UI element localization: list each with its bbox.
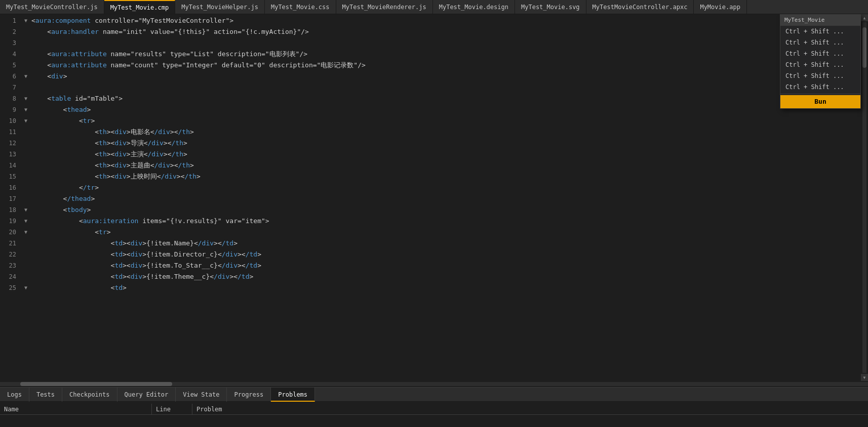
code-line-6[interactable]: <div> — [24, 71, 861, 82]
problems-table-header: Name Line Problem — [0, 404, 868, 415]
bottom-tab-problems[interactable]: Problems — [271, 388, 315, 402]
code-line-10[interactable]: <tr> — [24, 115, 861, 126]
code-content-25: <td> — [31, 282, 127, 293]
code-content-1: <aura:component controller="MyTestMovieC… — [31, 15, 233, 26]
fold-arrow-9[interactable] — [24, 104, 31, 115]
code-line-22[interactable]: <td><div>{!item.Director_c}</div></td> — [24, 249, 861, 260]
scroll-down-arrow[interactable]: ▼ — [861, 374, 868, 381]
tab-apxc[interactable]: MyTestMovieController.apxc — [586, 0, 694, 14]
fold-arrow-10[interactable] — [24, 115, 31, 126]
fold-arrow-8[interactable] — [24, 93, 31, 104]
tab-controller[interactable]: MyTest_MovieController.js — [0, 0, 104, 14]
bottom-tab-logs[interactable]: Logs — [0, 388, 29, 402]
line-number-18: 18 — [0, 204, 16, 216]
tab-renderer[interactable]: MyTest_MovieRenderer.js — [336, 0, 433, 14]
context-menu-burn-button[interactable]: Bun — [780, 95, 860, 108]
code-line-16[interactable]: </tr> — [24, 182, 861, 193]
context-menu-header: MyTest_Movie — [780, 15, 860, 26]
tab-app[interactable]: MyMovie.app — [694, 0, 746, 14]
fold-arrow-2 — [24, 26, 31, 37]
code-line-8[interactable]: <table id="mTable"> — [24, 93, 861, 104]
code-line-18[interactable]: <tbody> — [24, 204, 861, 216]
context-menu-item-cm5[interactable]: Ctrl + Shift ... — [780, 70, 860, 81]
line-number-21: 21 — [0, 238, 16, 249]
scrollbar-thumb[interactable] — [862, 27, 866, 68]
code-content-11: <th><div>电影名</div></th> — [31, 126, 194, 138]
code-content-12: <th><div>导演</div></th> — [31, 138, 187, 149]
fold-arrow-6[interactable] — [24, 71, 31, 82]
code-line-15[interactable]: <th><div>上映时间</div></th> — [24, 171, 861, 182]
code-line-24[interactable]: <td><div>{!item.Theme__c}</div></td> — [24, 271, 861, 282]
line-numbers: 1234567891011121314151617181920212223242… — [0, 14, 20, 381]
code-line-11[interactable]: <th><div>电影名</div></th> — [24, 126, 861, 138]
code-line-1[interactable]: <aura:component controller="MyTestMovieC… — [24, 15, 861, 26]
fold-arrow-24 — [24, 271, 31, 282]
fold-arrow-18[interactable] — [24, 204, 31, 216]
line-number-25: 25 — [0, 282, 16, 293]
editor-container: 1234567891011121314151617181920212223242… — [0, 14, 868, 381]
line-number-22: 22 — [0, 249, 16, 260]
code-line-20[interactable]: <tr> — [24, 227, 861, 238]
bottom-tab-checkpoints[interactable]: Checkpoints — [62, 388, 117, 402]
vertical-scrollbar[interactable]: ▲ ▼ — [861, 14, 868, 381]
context-menu-item-cm2[interactable]: Ctrl + Shift ... — [780, 37, 860, 48]
bottom-tab-progress[interactable]: Progress — [227, 388, 271, 402]
code-line-14[interactable]: <th><div>主题曲</div></th> — [24, 160, 861, 171]
code-content-16: </tr> — [31, 182, 99, 193]
h-scrollbar-track — [0, 382, 868, 386]
fold-arrow-11 — [24, 126, 31, 138]
code-area[interactable]: <aura:component controller="MyTestMovieC… — [20, 14, 861, 381]
code-content-10: <tr> — [31, 115, 95, 126]
code-line-23[interactable]: <td><div>{!item.To_Star__c}</div></td> — [24, 260, 861, 271]
context-menu-item-cm3[interactable]: Ctrl + Shift ... — [780, 48, 860, 59]
code-line-2[interactable]: <aura:handler name="init" value="{!this}… — [24, 26, 861, 37]
fold-arrow-12 — [24, 138, 31, 149]
scrollbar-track — [862, 22, 866, 373]
code-line-25[interactable]: <td> — [24, 282, 861, 293]
line-number-1: 1 — [0, 15, 16, 26]
fold-arrow-13 — [24, 149, 31, 160]
tab-css[interactable]: MyTest_Movie.css — [265, 0, 336, 14]
code-line-13[interactable]: <th><div>主演</div></th> — [24, 149, 861, 160]
line-number-19: 19 — [0, 216, 16, 227]
code-line-17[interactable]: </thead> — [24, 193, 861, 204]
h-scrollbar-thumb[interactable] — [20, 382, 172, 386]
line-number-23: 23 — [0, 260, 16, 271]
fold-arrow-16 — [24, 182, 31, 193]
code-line-9[interactable]: <thead> — [24, 104, 861, 115]
bottom-tab-tests[interactable]: Tests — [29, 388, 62, 402]
fold-arrow-15 — [24, 171, 31, 182]
fold-arrow-19[interactable] — [24, 216, 31, 227]
fold-arrow-25[interactable] — [24, 282, 31, 293]
context-menu: MyTest_MovieCtrl + Shift ...Ctrl + Shift… — [780, 14, 861, 109]
code-line-21[interactable]: <td><div>{!item.Name}</div></td> — [24, 238, 861, 249]
line-number-16: 16 — [0, 182, 16, 193]
bottom-content: Name Line Problem — [0, 402, 868, 427]
context-menu-item-cm4[interactable]: Ctrl + Shift ... — [780, 59, 860, 70]
tab-svg[interactable]: MyTest_Movie.svg — [515, 0, 586, 14]
scroll-up-arrow[interactable]: ▲ — [861, 14, 868, 21]
line-number-11: 11 — [0, 126, 16, 138]
code-line-5[interactable]: <aura:attribute name="count" type="Integ… — [24, 60, 861, 71]
code-line-4[interactable]: <aura:attribute name="results" type="Lis… — [24, 49, 861, 60]
code-line-3[interactable] — [24, 37, 861, 49]
fold-arrow-20[interactable] — [24, 227, 31, 238]
line-number-9: 9 — [0, 104, 16, 115]
bottom-tab-query-editor[interactable]: Query Editor — [117, 388, 176, 402]
code-content-5: <aura:attribute name="count" type="Integ… — [31, 60, 366, 71]
horizontal-scrollbar[interactable] — [0, 381, 868, 387]
column-line: Line — [152, 404, 192, 414]
bottom-tab-view-state[interactable]: View State — [176, 388, 227, 402]
context-menu-item-cm1[interactable]: Ctrl + Shift ... — [780, 26, 860, 37]
fold-arrow-1[interactable] — [24, 15, 31, 26]
code-content-15: <th><div>上映时间</div></th> — [31, 171, 201, 182]
context-menu-item-cm6[interactable]: Ctrl + Shift ... — [780, 81, 860, 93]
code-line-12[interactable]: <th><div>导演</div></th> — [24, 138, 861, 149]
code-line-7[interactable] — [24, 82, 861, 93]
code-content-8: <table id="mTable"> — [31, 93, 123, 104]
code-line-19[interactable]: <aura:iteration items="{!v.results}" var… — [24, 216, 861, 227]
tab-helper[interactable]: MyTest_MovieHelper.js — [175, 0, 265, 14]
bottom-tab-bar: LogsTestsCheckpointsQuery EditorView Sta… — [0, 388, 868, 402]
tab-cmp[interactable]: MyTest_Movie.cmp — [104, 0, 176, 14]
tab-design[interactable]: MyTest_Movie.design — [433, 0, 515, 14]
